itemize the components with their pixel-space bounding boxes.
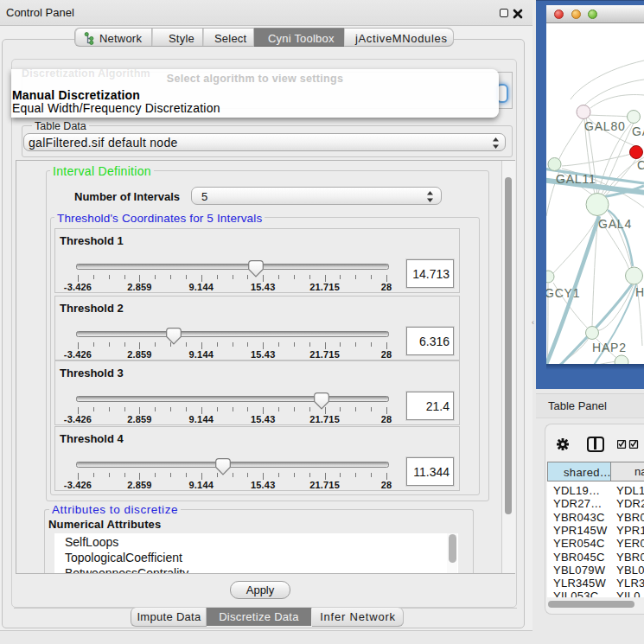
svg-text:GCY1: GCY1 xyxy=(546,286,580,300)
svg-text:GAL11: GAL11 xyxy=(556,172,596,186)
svg-text:GA: GA xyxy=(632,124,644,138)
svg-text:C: C xyxy=(637,158,644,172)
svg-text:GAL80: GAL80 xyxy=(584,119,626,133)
svg-text:H: H xyxy=(635,285,644,299)
svg-text:HAP2: HAP2 xyxy=(592,341,627,354)
svg-text:GAL4: GAL4 xyxy=(598,217,632,231)
